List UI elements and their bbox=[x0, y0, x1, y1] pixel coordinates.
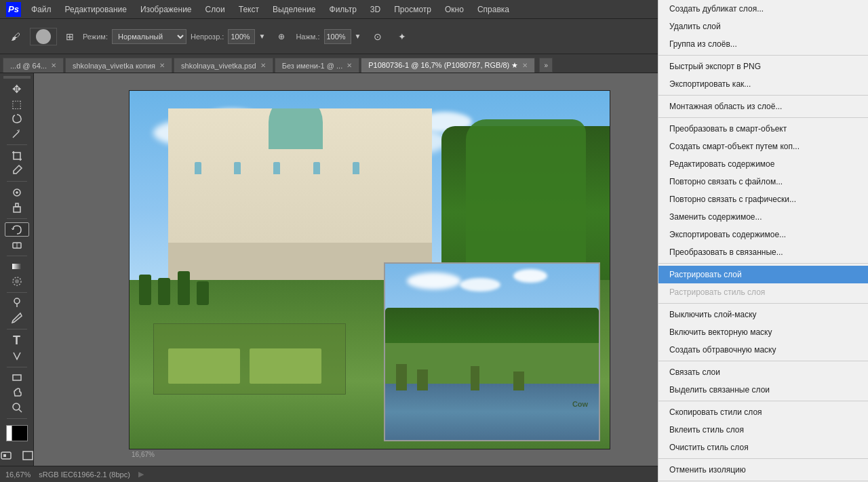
tool-text[interactable]: T bbox=[5, 334, 29, 348]
tool-quick-mask[interactable] bbox=[0, 448, 16, 463]
opacity-arrow[interactable]: ▼ bbox=[256, 27, 267, 46]
tab-2[interactable]: shkolnaya_vivetka.psd ✕ bbox=[174, 58, 273, 73]
ctx-clear-style[interactable]: Очистить стиль слоя bbox=[658, 439, 868, 456]
color-swatches[interactable] bbox=[5, 425, 29, 441]
ctx-convert-smart[interactable]: Преобразовать в смарт-объект bbox=[658, 120, 868, 138]
tab-3[interactable]: Без имени-1 @ ... ✕ bbox=[275, 58, 359, 73]
tool-screen-mode[interactable] bbox=[18, 448, 35, 463]
tab-close-0[interactable]: ✕ bbox=[51, 62, 56, 69]
tool-separator-3 bbox=[7, 218, 27, 219]
menu-window[interactable]: Окно bbox=[439, 3, 469, 16]
tool-hand[interactable] bbox=[5, 386, 29, 399]
svg-rect-7 bbox=[16, 203, 18, 207]
ctx-replace-contents[interactable]: Заменить содержимое... bbox=[658, 208, 868, 226]
menu-view[interactable]: Просмотр bbox=[389, 3, 437, 16]
ctx-select-linked[interactable]: Выделить связанные слои bbox=[658, 381, 868, 399]
menu-file[interactable]: Файл bbox=[26, 3, 57, 16]
tab-1[interactable]: shkolnaya_vivetka копия ✕ bbox=[65, 58, 172, 73]
tool-lasso[interactable] bbox=[5, 113, 29, 126]
menu-edit[interactable]: Редактирование bbox=[60, 3, 132, 16]
extra-mode-tools bbox=[0, 448, 34, 463]
blend-mode-select[interactable]: Нормальный bbox=[112, 29, 186, 44]
tool-move[interactable]: ✥ bbox=[5, 83, 29, 96]
tool-shape-rect[interactable] bbox=[5, 371, 29, 384]
menu-3d[interactable]: 3D bbox=[365, 3, 386, 16]
menu-help[interactable]: Справка bbox=[472, 3, 515, 16]
panel-gripper[interactable] bbox=[3, 76, 31, 79]
tool-magic-wand[interactable] bbox=[5, 127, 29, 140]
color-profile: sRGB IEC61966-2.1 (8bpc) bbox=[39, 470, 130, 479]
tool-stamp[interactable] bbox=[5, 201, 29, 214]
flow-control[interactable]: ▼ bbox=[324, 27, 363, 46]
opacity-control[interactable]: ▼ bbox=[228, 27, 267, 46]
tool-history-brush[interactable] bbox=[5, 222, 29, 236]
menu-filter[interactable]: Фильтр bbox=[324, 3, 362, 16]
ctx-delete[interactable]: Удалить слой bbox=[658, 18, 868, 35]
flow-label: Нажм.: bbox=[296, 33, 319, 41]
tab-close-4[interactable]: ✕ bbox=[522, 62, 528, 69]
tool-path-select[interactable] bbox=[5, 349, 29, 363]
ctx-rasterize[interactable]: Растрировать слой bbox=[658, 266, 868, 283]
ctx-convert-linked[interactable]: Преобразовать в связанные... bbox=[658, 243, 868, 261]
flow-input[interactable] bbox=[324, 29, 351, 44]
context-menu: Создать дубликат слоя... Удалить слой Гр… bbox=[658, 0, 868, 482]
menu-image[interactable]: Изображение bbox=[135, 3, 197, 16]
svg-point-16 bbox=[13, 403, 20, 410]
brush-preview[interactable] bbox=[30, 28, 57, 45]
ctx-sep-6 bbox=[658, 361, 868, 361]
tool-dodge[interactable] bbox=[5, 296, 29, 310]
tab-overflow-arrow[interactable]: » bbox=[539, 58, 553, 73]
tool-pen[interactable] bbox=[5, 311, 29, 325]
tool-eraser[interactable] bbox=[5, 238, 29, 252]
tab-close-2[interactable]: ✕ bbox=[260, 62, 266, 69]
cow-label: Cow bbox=[572, 400, 588, 408]
background-color[interactable] bbox=[12, 425, 28, 441]
ctx-sep-1 bbox=[658, 55, 868, 56]
symmetry-btn[interactable]: ✦ bbox=[392, 27, 412, 46]
tool-crop[interactable] bbox=[5, 149, 29, 163]
brush-settings-btn[interactable]: ⊞ bbox=[61, 27, 79, 46]
tab-4[interactable]: P1080736-1 @ 16,7% (P1080787, RGB/8) ★ ✕ bbox=[361, 58, 535, 73]
airbrush-btn[interactable]: ⊕ bbox=[271, 27, 292, 46]
tab-close-3[interactable]: ✕ bbox=[347, 62, 352, 69]
flow-arrow[interactable]: ▼ bbox=[353, 27, 363, 46]
ctx-edit-contents[interactable]: Редактировать содержимое bbox=[658, 155, 868, 173]
ctx-disable-mask[interactable]: Выключить слой-маску bbox=[658, 306, 868, 323]
opacity-input[interactable] bbox=[228, 29, 255, 44]
ctx-duplicate[interactable]: Создать дубликат слоя... bbox=[658, 0, 868, 18]
ctx-relink-graphic[interactable]: Повторно связать с графически... bbox=[658, 190, 868, 208]
ctx-link-layers[interactable]: Связать слои bbox=[658, 363, 868, 381]
svg-rect-19 bbox=[3, 454, 6, 457]
tool-zoom[interactable] bbox=[5, 401, 29, 414]
tool-gradient[interactable] bbox=[5, 260, 29, 273]
ctx-relink-file[interactable]: Повторно связать с файлом... bbox=[658, 173, 868, 190]
ctx-export-contents[interactable]: Экспортировать содержимое... bbox=[658, 226, 868, 243]
ctx-enable-vector[interactable]: Включить векторную маску bbox=[658, 323, 868, 341]
ctx-group[interactable]: Группа из слоёв... bbox=[658, 35, 868, 53]
status-arrow[interactable]: ▶ bbox=[138, 470, 144, 479]
menu-select[interactable]: Выделение bbox=[267, 3, 321, 16]
smoothing-btn[interactable]: ⊙ bbox=[368, 27, 388, 46]
tab-0[interactable]: ...d @ 64... ✕ bbox=[3, 58, 64, 73]
tool-separator-1 bbox=[7, 144, 27, 145]
tool-healing[interactable] bbox=[5, 186, 29, 199]
ctx-unisolate[interactable]: Отменить изоляцию bbox=[658, 461, 868, 479]
ctx-artboard[interactable]: Монтажная область из слоё... bbox=[658, 98, 868, 115]
tab-close-1[interactable]: ✕ bbox=[159, 62, 165, 69]
ctx-copy-style[interactable]: Скопировать стили слоя bbox=[658, 403, 868, 421]
brush-tool-btn[interactable]: 🖌 bbox=[5, 27, 26, 46]
main-area: ✥ ⬚ bbox=[0, 73, 868, 466]
ctx-export-as[interactable]: Экспортировать как... bbox=[658, 75, 868, 93]
ctx-quick-export[interactable]: Быстрый экспорт в PNG bbox=[658, 58, 868, 75]
ctx-create-clipping[interactable]: Создать обтравочную маску bbox=[658, 341, 868, 359]
svg-rect-6 bbox=[14, 207, 20, 212]
menu-text[interactable]: Текст bbox=[233, 3, 264, 16]
ctx-paste-style[interactable]: Вклеить стиль слоя bbox=[658, 421, 868, 439]
ctx-create-smart-copy[interactable]: Создать смарт-объект путем коп... bbox=[658, 138, 868, 155]
menu-layers[interactable]: Слои bbox=[200, 3, 231, 16]
tool-eyedropper[interactable] bbox=[5, 164, 29, 178]
tool-blur[interactable] bbox=[5, 275, 29, 288]
tool-marquee-rect[interactable]: ⬚ bbox=[5, 98, 29, 111]
mode-label: Режим: bbox=[83, 33, 108, 41]
zoom-level: 16,67% bbox=[5, 470, 31, 479]
